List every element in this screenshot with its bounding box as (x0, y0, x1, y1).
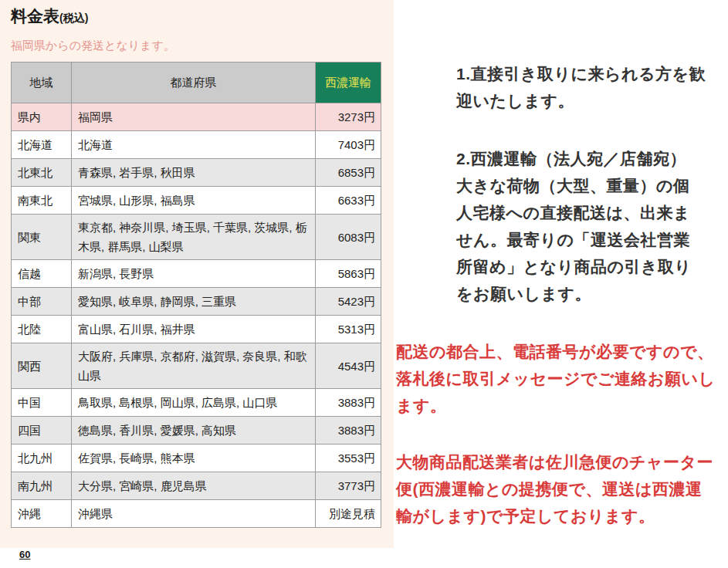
prefectures-cell: 富山県, 石川県, 福井県 (72, 316, 316, 343)
page-title-main: 料金表 (11, 7, 59, 25)
header-region: 地域 (12, 63, 72, 103)
table-row: 中部愛知県, 岐阜県, 静岡県, 三重県5423円 (12, 288, 381, 316)
price-cell: 3553円 (316, 445, 381, 472)
page-number: 60 (19, 549, 30, 560)
table-row: 信越新潟県, 長野県5863円 (12, 260, 381, 288)
prefectures-cell: 大阪府, 兵庫県, 京都府, 滋賀県, 奈良県, 和歌山県 (72, 343, 316, 389)
prefectures-cell: 大分県, 宮崎県, 鹿児島県 (72, 472, 316, 500)
price-cell: 4543円 (316, 343, 381, 389)
region-cell: 北九州 (12, 445, 72, 472)
table-row: 関西大阪府, 兵庫県, 京都府, 滋賀県, 奈良県, 和歌山県4543円 (12, 343, 381, 389)
price-cell: 3883円 (316, 389, 381, 417)
fee-panel: 料金表(税込) 福岡県からの発送となります。 地域 都道府県 西濃運輸 県内福岡… (0, 0, 394, 548)
header-carrier: 西濃運輸 (316, 63, 381, 103)
price-cell: 3883円 (316, 417, 381, 445)
page-title-suffix: (税込) (59, 12, 88, 24)
region-cell: 南九州 (12, 472, 72, 500)
table-row: 北東北青森県, 岩手県, 秋田県6853円 (12, 159, 381, 187)
price-cell: 6083円 (316, 215, 381, 260)
prefectures-cell: 青森県, 岩手県, 秋田県 (72, 159, 316, 187)
prefectures-cell: 沖縄県 (72, 500, 316, 528)
prefectures-cell: 宮城県, 山形県, 福島県 (72, 187, 316, 215)
region-cell: 北東北 (12, 159, 72, 187)
price-cell: 別途見積 (316, 500, 381, 528)
region-cell: 四国 (12, 417, 72, 445)
region-cell: 北海道 (12, 131, 72, 159)
table-row: 関東東京都, 神奈川県, 埼玉県, 千葉県, 茨城県, 栃木県, 群馬県, 山梨… (12, 215, 381, 260)
table-row: 南東北宮城県, 山形県, 福島県6633円 (12, 187, 381, 215)
region-cell: 中部 (12, 288, 72, 316)
region-cell: 関東 (12, 215, 72, 260)
region-cell: 関西 (12, 343, 72, 389)
price-cell: 5313円 (316, 316, 381, 343)
region-cell: 沖縄 (12, 500, 72, 528)
prefectures-cell: 佐賀県, 長崎県, 熊本県 (72, 445, 316, 472)
price-cell: 5863円 (316, 260, 381, 288)
table-row: 中国鳥取県, 島根県, 岡山県, 広島県, 山口県3883円 (12, 389, 381, 417)
table-row: 北九州佐賀県, 長崎県, 熊本県3553円 (12, 445, 381, 472)
fee-table-body: 県内福岡県3273円北海道北海道7403円北東北青森県, 岩手県, 秋田県685… (12, 103, 381, 528)
pickup-note: 1.直接引き取りに来られる方を歓 迎いたします。 (456, 60, 726, 114)
price-cell: 6633円 (316, 187, 381, 215)
table-row: 県内福岡県3273円 (12, 103, 381, 131)
region-cell: 中国 (12, 389, 72, 417)
table-row: 北陸富山県, 石川県, 福井県5313円 (12, 316, 381, 343)
header-prefectures: 都道府県 (72, 63, 316, 103)
price-cell: 5423円 (316, 288, 381, 316)
table-row: 南九州大分県, 宮崎県, 鹿児島県3773円 (12, 472, 381, 500)
table-row: 四国徳島県, 香川県, 愛媛県, 高知県3883円 (12, 417, 381, 445)
price-cell: 3773円 (316, 472, 381, 500)
region-cell: 北陸 (12, 316, 72, 343)
carrier-restriction-note: 2.西濃運輸（法人宛／店舗宛） 大きな荷物（大型、重量）の個 人宅様への直接配送… (456, 145, 726, 307)
table-row: 沖縄沖縄県別途見積 (12, 500, 381, 528)
region-cell: 信越 (12, 260, 72, 288)
prefectures-cell: 愛知県, 岐阜県, 静岡県, 三重県 (72, 288, 316, 316)
charter-delivery-note: 大物商品配送業者は佐川急便のチャーター 便(西濃運輸との提携便で、運送は西濃運 … (396, 448, 726, 529)
prefectures-cell: 徳島県, 香川県, 愛媛県, 高知県 (72, 417, 316, 445)
price-cell: 3273円 (316, 103, 381, 131)
phone-number-note: 配送の都合上、電話番号が必要ですので、 落札後に取引メッセージでご連絡お願いし … (396, 338, 726, 419)
shipping-origin-note: 福岡県からの発送となります。 (11, 39, 383, 52)
page-title: 料金表(税込) (11, 6, 383, 28)
table-row: 北海道北海道7403円 (12, 131, 381, 159)
notes-panel: 1.直接引き取りに来られる方を歓 迎いたします。 2.西濃運輸（法人宛／店舗宛）… (396, 60, 726, 529)
price-cell: 7403円 (316, 131, 381, 159)
prefectures-cell: 鳥取県, 島根県, 岡山県, 広島県, 山口県 (72, 389, 316, 417)
prefectures-cell: 東京都, 神奈川県, 埼玉県, 千葉県, 茨城県, 栃木県, 群馬県, 山梨県 (72, 215, 316, 260)
price-cell: 6853円 (316, 159, 381, 187)
prefectures-cell: 北海道 (72, 131, 316, 159)
region-cell: 南東北 (12, 187, 72, 215)
header-row: 地域 都道府県 西濃運輸 (12, 63, 381, 103)
region-cell: 県内 (12, 103, 72, 131)
prefectures-cell: 新潟県, 長野県 (72, 260, 316, 288)
fee-table-head: 地域 都道府県 西濃運輸 (12, 63, 381, 103)
prefectures-cell: 福岡県 (72, 103, 316, 131)
shipping-fee-table: 地域 都道府県 西濃運輸 県内福岡県3273円北海道北海道7403円北東北青森県… (11, 62, 381, 528)
